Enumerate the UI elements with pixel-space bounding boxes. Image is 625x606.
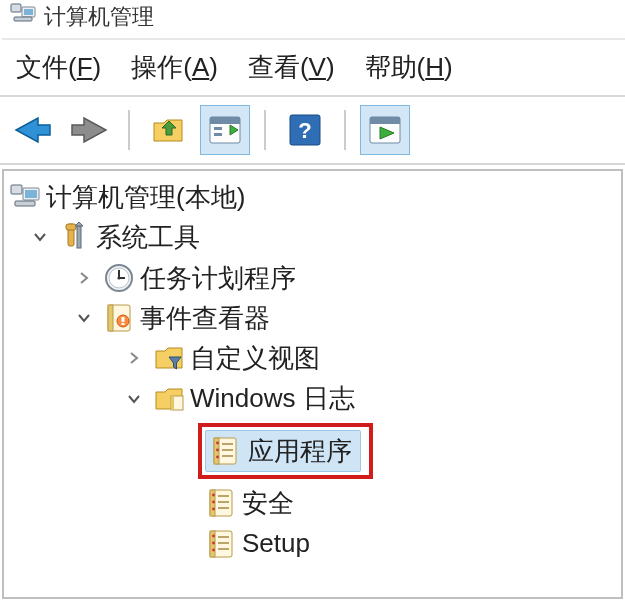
svg-rect-22 [66, 224, 76, 230]
tree-event-viewer[interactable]: 事件查看器 [10, 298, 615, 338]
back-button[interactable] [8, 105, 58, 155]
forward-button[interactable] [64, 105, 114, 155]
menu-view[interactable]: 查看(V) [248, 50, 335, 85]
chevron-right-icon[interactable] [72, 266, 96, 290]
help-button[interactable]: ? [280, 105, 330, 155]
svg-point-49 [212, 501, 215, 504]
svg-rect-19 [25, 190, 37, 198]
menu-action[interactable]: 操作(A) [131, 50, 218, 85]
folder-icon [154, 384, 184, 414]
log-icon [210, 436, 240, 466]
menu-file[interactable]: 文件(F) [16, 50, 101, 85]
tree-task-scheduler[interactable]: 任务计划程序 [10, 258, 615, 298]
toolbar: ? [0, 97, 625, 165]
chevron-right-icon[interactable] [122, 346, 146, 370]
chevron-down-icon[interactable] [28, 225, 52, 249]
svg-rect-23 [77, 226, 81, 248]
run-button[interactable] [360, 105, 410, 155]
svg-point-56 [212, 534, 215, 537]
svg-rect-8 [210, 117, 240, 124]
svg-rect-10 [214, 133, 222, 136]
tree-system-tools[interactable]: 系统工具 [10, 217, 615, 257]
svg-rect-17 [11, 185, 22, 194]
chevron-down-icon[interactable] [122, 387, 146, 411]
svg-rect-33 [122, 317, 125, 322]
log-icon [206, 529, 236, 559]
svg-marker-24 [75, 222, 83, 226]
tree-application[interactable]: 应用程序 [205, 430, 361, 472]
nav-tree: 计算机管理(本地) 系统工具 [10, 177, 615, 564]
svg-rect-3 [14, 17, 32, 21]
tree-label: Setup [242, 523, 310, 563]
svg-point-57 [212, 541, 215, 544]
highlight-annotation: 应用程序 [198, 423, 373, 479]
tree-label: 事件查看器 [140, 298, 270, 338]
tree-label: 应用程序 [248, 431, 352, 471]
tree-root[interactable]: 计算机管理(本地) [10, 177, 615, 217]
tree-label: 系统工具 [96, 217, 200, 257]
clock-icon [104, 263, 134, 293]
folder-up-button[interactable] [144, 105, 194, 155]
chevron-down-icon[interactable] [72, 306, 96, 330]
svg-marker-4 [16, 118, 50, 142]
svg-rect-0 [11, 4, 21, 12]
computer-mgmt-icon [10, 182, 40, 212]
app-icon [10, 3, 36, 31]
svg-text:?: ? [298, 118, 311, 143]
tree-security[interactable]: 安全 [10, 483, 615, 523]
svg-point-41 [216, 449, 219, 452]
log-icon [206, 488, 236, 518]
svg-rect-2 [24, 9, 33, 15]
tree-custom-views[interactable]: 自定义视图 [10, 338, 615, 378]
svg-point-29 [117, 276, 120, 279]
tree-label: Windows 日志 [190, 378, 355, 418]
tools-icon [60, 222, 90, 252]
svg-marker-5 [72, 118, 106, 142]
tree-windows-logs[interactable]: Windows 日志 [10, 378, 615, 418]
svg-rect-20 [15, 201, 35, 206]
svg-point-58 [212, 548, 215, 551]
tree-label: 任务计划程序 [140, 258, 296, 298]
event-viewer-icon [104, 303, 134, 333]
svg-point-50 [212, 508, 215, 511]
computer-management-window: 计算机管理 文件(F) 操作(A) 查看(V) 帮助(H) [0, 0, 625, 606]
window-title: 计算机管理 [44, 2, 154, 32]
tree-label: 自定义视图 [190, 338, 320, 378]
tree-pane: 计算机管理(本地) 系统工具 [2, 169, 623, 599]
svg-point-42 [216, 456, 219, 459]
svg-rect-15 [370, 117, 400, 124]
menu-bar: 文件(F) 操作(A) 查看(V) 帮助(H) [0, 40, 625, 95]
title-bar: 计算机管理 [0, 0, 625, 38]
svg-rect-9 [214, 127, 222, 130]
svg-rect-34 [122, 323, 125, 325]
tree-label: 安全 [242, 483, 294, 523]
properties-button[interactable] [200, 105, 250, 155]
tree-label: 计算机管理(本地) [46, 177, 245, 217]
folder-filter-icon [154, 343, 184, 373]
svg-rect-31 [108, 305, 113, 331]
menu-help[interactable]: 帮助(H) [365, 50, 453, 85]
tree-setup[interactable]: Setup [10, 523, 615, 563]
svg-rect-37 [171, 396, 174, 410]
svg-point-48 [212, 494, 215, 497]
svg-point-40 [216, 442, 219, 445]
